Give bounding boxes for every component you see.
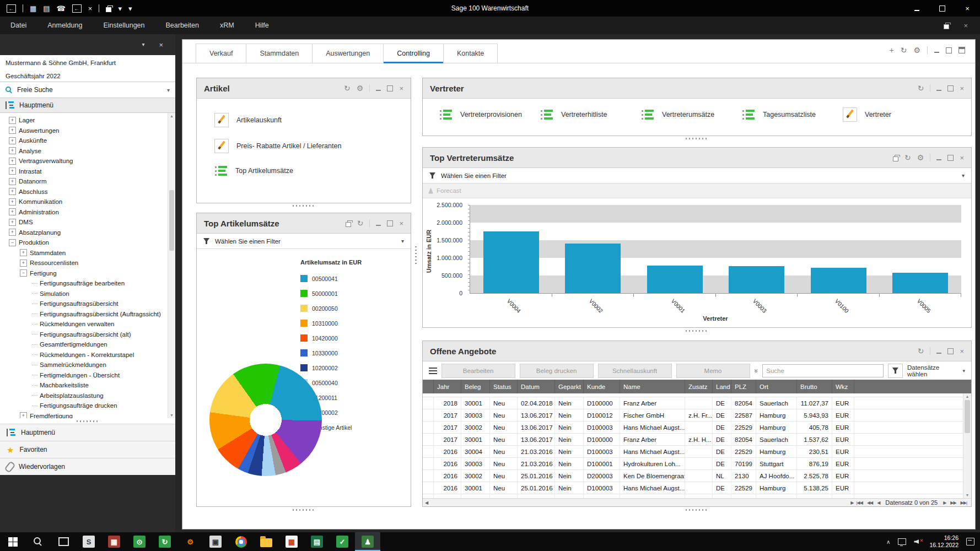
close-x-icon[interactable]: ×	[88, 5, 93, 12]
close-icon[interactable]: ×	[960, 154, 964, 161]
link-item-preis-rabatte-artikel-lieferanten[interactable]: Preis- Rabatte Artikel / Lieferanten	[214, 139, 411, 153]
taskbar-search-icon[interactable]	[25, 532, 51, 551]
switch-box-icon[interactable]: ←	[72, 4, 82, 13]
table-vertical-scrollbar[interactable]: ▲ ▼	[963, 393, 971, 498]
sidebar-button-wiedervorlagen[interactable]: Wiedervorlagen	[0, 458, 175, 475]
tree-item[interactable]: +Ressourcenlisten	[0, 258, 175, 268]
tree-expander-icon[interactable]: +	[9, 219, 16, 226]
link-item-vertreterums-tze[interactable]: Vertreterumsätze	[641, 109, 742, 121]
chevron-down-icon[interactable]: ▾	[167, 87, 170, 93]
tray-expand-icon[interactable]: ∧	[886, 539, 890, 545]
tree-expander-icon[interactable]: +	[9, 168, 16, 175]
tree-item[interactable]: Fertigungsaufträge bearbeiten	[0, 278, 175, 289]
tab-controlling[interactable]: Controlling	[383, 44, 444, 63]
more-options-icon[interactable]: »	[752, 369, 760, 372]
table-header-wkz[interactable]: Wkz	[832, 380, 854, 393]
wrench-icon[interactable]: ⚙	[913, 46, 920, 54]
table-row[interactable]: 201730003Neu13.06.2017NeinD100012Fischer…	[423, 409, 971, 422]
tree-item[interactable]: +Abschluss	[0, 187, 175, 197]
toolbar-button-bearbeiten[interactable]: Bearbeiten	[441, 364, 515, 378]
sidebar-collapse-icon[interactable]: ▾	[142, 42, 144, 47]
wrench-icon[interactable]: ⚙	[357, 84, 364, 92]
taskbar-icon-window-tool[interactable]: ▣	[203, 532, 228, 551]
scroll-left-icon[interactable]: ◀	[425, 500, 428, 505]
windows-menu-icon[interactable]	[106, 7, 111, 12]
chevron-down-icon[interactable]: ▾	[118, 5, 122, 12]
network-icon[interactable]	[898, 538, 906, 545]
tree-item[interactable]: +Absatzplanung	[0, 228, 175, 238]
tree-expander-icon[interactable]: +	[9, 229, 16, 236]
refresh-icon[interactable]: ↻	[904, 154, 911, 161]
tree-item[interactable]: −Produktion	[0, 237, 175, 248]
refresh-icon[interactable]: ↻	[918, 84, 924, 92]
nav-next-icon[interactable]: ▶	[943, 500, 946, 505]
free-search-row[interactable]: Freie Suche ▾	[0, 82, 175, 98]
link-item-tagesumsatzliste[interactable]: Tagesumsatzliste	[742, 109, 843, 121]
menu-burger-icon[interactable]	[429, 368, 437, 374]
toolbar-button-beleg-drucken[interactable]: Beleg drucken	[520, 364, 594, 378]
table-row[interactable]: 201630002Neu25.01.2016NeinD200003Ken De …	[423, 470, 971, 482]
tree-item[interactable]: Rückmeldungen verwalten	[0, 319, 175, 329]
toolbar-button-schnellauskunft[interactable]: Schnellauskunft	[598, 364, 672, 378]
tree-expander-icon[interactable]: +	[20, 249, 27, 256]
bar[interactable]	[647, 266, 703, 293]
customize-chevron-icon[interactable]: ▾	[128, 5, 132, 12]
table-header-plz[interactable]: PLZ	[731, 380, 756, 393]
table-header-beleg[interactable]: Beleg	[461, 380, 490, 393]
table-header-datum[interactable]: Datum	[518, 380, 555, 393]
taskbar-icon-sage-100[interactable]: ♟	[355, 532, 380, 551]
taskbar-icon-chrome[interactable]	[228, 532, 254, 551]
table-header-zusatz[interactable]: Zusatz	[685, 380, 713, 393]
taskbar-icon-file-explorer[interactable]	[254, 532, 279, 551]
tree-item[interactable]: +Stammdaten	[0, 248, 175, 258]
tree-item[interactable]: +Fremdfertigung	[0, 411, 175, 419]
tree-item[interactable]: Fertigungsauftragsübersicht	[0, 299, 175, 309]
menu-item-xrm[interactable]: xRM	[209, 17, 245, 34]
tree-item[interactable]: +Auswertungen	[0, 126, 175, 136]
table-header-land[interactable]: Land	[713, 380, 731, 393]
sidebar-button-favoriten[interactable]: ★Favoriten	[0, 441, 175, 458]
cascade-icon[interactable]	[346, 222, 351, 227]
maximize-icon[interactable]	[946, 47, 952, 53]
cascade-icon[interactable]	[893, 156, 898, 161]
clock[interactable]: 16:26 16.12.2022	[929, 534, 959, 549]
menu-item-bearbeiten[interactable]: Bearbeiten	[155, 17, 209, 34]
tree-item[interactable]: Rückmeldungen - Korrekturstapel	[0, 350, 175, 360]
minimize-icon[interactable]	[936, 85, 941, 91]
bar[interactable]	[483, 231, 539, 293]
wrench-icon[interactable]: ⚙	[917, 154, 924, 161]
tree-item[interactable]: Machbarkeitsliste	[0, 380, 175, 391]
nav-prev-page-icon[interactable]: ◀◀	[867, 500, 873, 505]
table-header-ort[interactable]: Ort	[756, 380, 797, 393]
bar[interactable]	[892, 273, 948, 293]
exit-box-icon[interactable]: ←	[7, 4, 16, 13]
tree-item[interactable]: +Analyse	[0, 146, 175, 156]
tree-item[interactable]: +Auskünfte	[0, 136, 175, 146]
table-header-jahr[interactable]: Jahr	[434, 380, 461, 393]
search-input[interactable]	[762, 364, 884, 377]
phone-icon[interactable]: ☎	[57, 5, 66, 12]
refresh-icon[interactable]: ↻	[344, 84, 351, 92]
filter-dropdown-button[interactable]	[888, 364, 903, 378]
nav-next-page-icon[interactable]: ▶▶	[950, 500, 956, 505]
panel-resize-handle[interactable]	[680, 330, 713, 332]
tab-kontakte[interactable]: Kontakte	[443, 44, 498, 63]
layout-icon[interactable]	[959, 47, 965, 53]
minimize-icon[interactable]	[936, 155, 941, 160]
tree-item[interactable]: Fertigmeldungen - Übersicht	[0, 370, 175, 381]
tree-expander-icon[interactable]: +	[9, 117, 16, 124]
minimize-icon[interactable]	[376, 220, 381, 226]
plus-icon[interactable]: +	[890, 46, 894, 54]
taskbar-icon-chart-app[interactable]: ▤	[304, 532, 330, 551]
close-button[interactable]: ×	[955, 0, 980, 17]
tree-item[interactable]: Fertigungsauftragsübersicht (alt)	[0, 329, 175, 340]
link-item-vertreter[interactable]: Vertreter	[843, 107, 891, 122]
table-horizontal-scrollbar[interactable]: ◀ ▶ |◀◀ ◀◀ ◀ Datensatz 0 von 25 ▶ ▶▶ ▶▶|	[423, 498, 971, 506]
toolbar-button-memo[interactable]: Memo	[676, 364, 750, 378]
bar[interactable]	[729, 266, 784, 293]
table-row[interactable]: 201630004Neu21.03.2016NeinD100003Hans Mi…	[423, 446, 971, 458]
tree-expander-icon[interactable]: +	[9, 137, 16, 144]
close-icon[interactable]: ×	[960, 348, 964, 355]
tree-expander-icon[interactable]: +	[9, 198, 16, 206]
scroll-right-icon[interactable]: ▶	[850, 500, 854, 505]
